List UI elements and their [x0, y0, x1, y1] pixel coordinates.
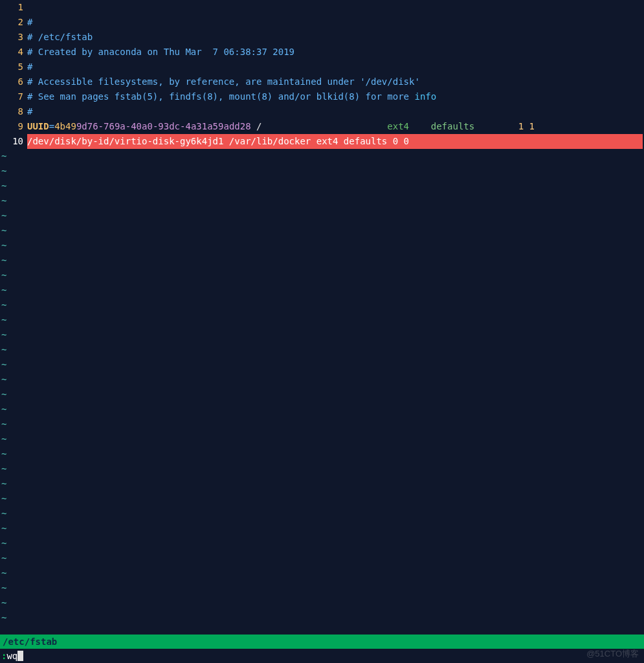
fstab-entry: UUID=4b499d76-769a-40a0-93dc-4a31a59add2… [27, 119, 644, 134]
mount-point: / [251, 121, 262, 131]
padding [474, 121, 518, 131]
tilde-line: ~ [0, 372, 644, 387]
uuid-value: 9d76-769a-40a0-93dc-4a31a59add28 [76, 121, 251, 131]
line-number: 4 [0, 45, 27, 60]
comment-text: # See man pages fstab(5), findfs(8), mou… [27, 91, 414, 102]
tilde-line: ~ [0, 149, 644, 164]
tilde-line: ~ [0, 164, 644, 179]
status-bar: /etc/fstab [0, 635, 644, 649]
tilde-line: ~ [0, 313, 644, 328]
padding [409, 121, 431, 131]
tilde-line: ~ [0, 343, 644, 357]
comment-text: # /etc/fstab [27, 30, 644, 45]
line-number: 5 [0, 60, 27, 74]
code-line-4[interactable]: 4 # Created by anaconda on Thu Mar 7 06:… [0, 45, 644, 60]
highlighted-fstab-line: /dev/disk/by-id/virtio-disk-gy6k4jd1 /va… [27, 134, 643, 149]
command-text: wq [6, 649, 17, 663]
line-number-current: 10 [0, 134, 27, 149]
tilde-line: ~ [0, 566, 644, 581]
tilde-line: ~ [0, 432, 644, 447]
line-number: 3 [0, 30, 27, 45]
fs-options: defaults [431, 121, 474, 131]
padding [261, 121, 387, 131]
tilde-line: ~ [0, 238, 644, 253]
tilde-line: ~ [0, 328, 644, 343]
tilde-line: ~ [0, 357, 644, 372]
line-content: /dev/disk/by-id/virtio-disk-gy6k4jd1 /va… [27, 134, 644, 149]
tilde-line: ~ [0, 506, 644, 521]
tilde-line: ~ [0, 283, 644, 298]
line-number: 9 [0, 119, 27, 134]
tilde-line: ~ [0, 551, 644, 566]
tilde-line: ~ [0, 387, 644, 402]
comment-text: # Accessible filesystems, by reference, … [27, 74, 644, 89]
tilde-line: ~ [0, 417, 644, 432]
line-content: # See man pages fstab(5), findfs(8), mou… [27, 89, 644, 104]
code-line-10-current[interactable]: 10 /dev/disk/by-id/virtio-disk-gy6k4jd1 … [0, 134, 644, 149]
uuid-part: 4b49 [54, 121, 76, 131]
code-line-1[interactable]: 1 [0, 0, 644, 15]
tilde-line: ~ [0, 596, 644, 611]
tilde-line: ~ [0, 223, 644, 238]
tilde-line: ~ [0, 402, 644, 417]
watermark-text: @51CTO博客 [586, 646, 639, 661]
tilde-line: ~ [0, 477, 644, 491]
code-line-3[interactable]: 3 # /etc/fstab [0, 30, 644, 45]
tilde-line: ~ [0, 179, 644, 194]
tilde-line: ~ [0, 462, 644, 477]
empty-lines-area[interactable]: ~ ~ ~ ~ ~ ~ ~ ~ ~ ~ ~ ~ ~ ~ ~ ~ ~ ~ ~ ~ … [0, 149, 644, 635]
command-colon: : [1, 649, 6, 663]
tilde-line: ~ [0, 194, 644, 208]
info-keyword: info [414, 91, 436, 102]
equals: = [49, 121, 54, 131]
comment-text: # [27, 15, 644, 30]
comment-text: # Created by anaconda on Thu Mar 7 06:38… [27, 45, 644, 60]
tilde-line: ~ [0, 581, 644, 596]
fs-dump-pass: 1 1 [518, 121, 535, 131]
tilde-line: ~ [0, 208, 644, 223]
tilde-line: ~ [0, 521, 644, 536]
uuid-key: UUID [27, 121, 49, 131]
code-line-9[interactable]: 9 UUID=4b499d76-769a-40a0-93dc-4a31a59ad… [0, 119, 644, 134]
tilde-line: ~ [0, 253, 644, 268]
file-path: /etc/fstab [3, 636, 57, 647]
tilde-line: ~ [0, 536, 644, 551]
code-line-6[interactable]: 6 # Accessible filesystems, by reference… [0, 74, 644, 89]
tilde-line: ~ [0, 491, 644, 506]
code-line-8[interactable]: 8 # [0, 104, 644, 119]
line-number: 7 [0, 89, 27, 104]
fs-type: ext4 [387, 121, 409, 131]
line-content [27, 0, 644, 15]
line-number: 8 [0, 104, 27, 119]
vim-editor: 1 2 # 3 # /etc/fstab 4 # Created by anac… [0, 0, 644, 663]
cursor-icon [17, 651, 23, 661]
tilde-line: ~ [0, 268, 644, 283]
code-line-7[interactable]: 7 # See man pages fstab(5), findfs(8), m… [0, 89, 644, 104]
tilde-line: ~ [0, 447, 644, 462]
comment-text: # [27, 60, 644, 74]
tilde-line: ~ [0, 298, 644, 313]
code-area[interactable]: 1 2 # 3 # /etc/fstab 4 # Created by anac… [0, 0, 644, 149]
line-number: 2 [0, 15, 27, 30]
comment-text: # [27, 104, 644, 119]
tilde-line: ~ [0, 611, 644, 625]
command-line[interactable]: :wq [0, 649, 644, 663]
code-line-5[interactable]: 5 # [0, 60, 644, 74]
code-line-2[interactable]: 2 # [0, 15, 644, 30]
line-number: 6 [0, 74, 27, 89]
line-number: 1 [0, 0, 27, 15]
